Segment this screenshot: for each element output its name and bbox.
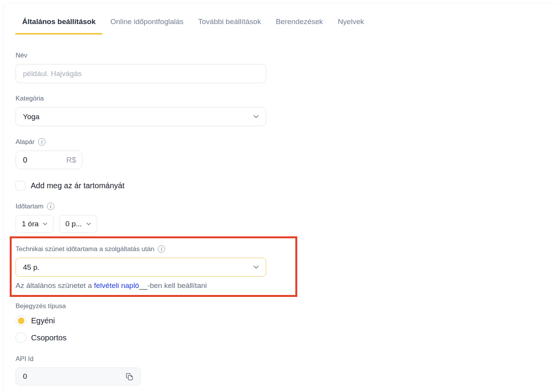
technical-break-select[interactable]: 45 p. xyxy=(16,258,266,277)
technical-break-label: Technikai szünet időtartama a szolgáltat… xyxy=(16,246,154,253)
technical-break-helper-text: Az általános szünetet a felvételi napló_… xyxy=(16,281,266,290)
category-field-group: Kategória Yoga xyxy=(16,95,558,126)
category-select[interactable]: Yoga xyxy=(16,107,266,126)
radio-row-group[interactable]: Csoportos xyxy=(16,332,558,343)
radio-individual[interactable] xyxy=(16,315,26,326)
api-id-field-group: API Id 0 xyxy=(16,356,558,385)
settings-panel: Általános beállítások Online időpontfogl… xyxy=(3,3,558,392)
category-label: Kategória xyxy=(16,95,558,102)
helper-prefix: Az általános szünetet a xyxy=(16,281,94,290)
api-id-label: API Id xyxy=(16,356,558,363)
base-price-field-group: Alapár i 0 R$ xyxy=(16,138,558,169)
base-price-input[interactable]: 0 R$ xyxy=(16,151,82,169)
api-id-value: 0 xyxy=(23,372,27,381)
duration-hours-select[interactable]: 1 óra xyxy=(16,215,54,233)
tab-equipment[interactable]: Berendezések xyxy=(269,3,330,35)
radio-group-label: Csoportos xyxy=(31,333,66,342)
chevron-down-icon xyxy=(43,222,47,225)
duration-minutes-value: 0 p... xyxy=(65,220,82,228)
base-price-value: 0 xyxy=(23,156,27,165)
technical-break-highlight-box: Technikai szünet időtartama a szolgáltat… xyxy=(10,236,297,297)
helper-underscores: __ xyxy=(139,281,147,290)
tab-bar: Általános beállítások Online időpontfogl… xyxy=(3,3,558,35)
technical-break-value: 45 p. xyxy=(23,263,39,272)
radio-dot xyxy=(18,317,24,324)
name-input[interactable] xyxy=(16,64,266,83)
radio-group[interactable] xyxy=(16,332,26,343)
duration-hours-value: 1 óra xyxy=(22,220,38,228)
currency-suffix: R$ xyxy=(66,156,76,165)
chevron-down-icon xyxy=(253,265,259,269)
copy-button[interactable] xyxy=(125,372,134,381)
info-icon[interactable]: i xyxy=(47,203,54,210)
entry-type-field-group: Bejegyzés típusa Egyéni Csoportos xyxy=(16,303,558,343)
name-field-group: Név xyxy=(16,52,558,83)
price-range-checkbox[interactable] xyxy=(16,181,25,191)
api-id-input: 0 xyxy=(16,368,141,385)
info-icon[interactable]: i xyxy=(38,138,45,146)
reception-log-link[interactable]: felvételi napló xyxy=(94,281,139,290)
radio-dot xyxy=(18,335,24,341)
entry-type-label: Bejegyzés típusa xyxy=(16,303,558,310)
radio-individual-label: Egyéni xyxy=(31,316,55,325)
duration-field-group: Időtartam i 1 óra 0 p... xyxy=(16,203,558,233)
tab-additional-settings[interactable]: További beállítások xyxy=(191,3,268,35)
tab-languages[interactable]: Nyelvek xyxy=(331,3,371,35)
radio-row-individual[interactable]: Egyéni xyxy=(16,315,558,326)
copy-icon xyxy=(125,372,134,381)
duration-label: Időtartam xyxy=(16,203,44,210)
price-range-checkbox-label: Add meg az ár tartományát xyxy=(31,181,124,190)
base-price-label: Alapár xyxy=(16,139,35,146)
info-icon[interactable]: i xyxy=(158,245,165,253)
chevron-down-icon xyxy=(253,115,259,118)
duration-selects: 1 óra 0 p... xyxy=(16,215,558,233)
helper-suffix: -ben kell beállítani xyxy=(147,281,207,290)
duration-minutes-select[interactable]: 0 p... xyxy=(59,215,97,233)
category-select-value: Yoga xyxy=(23,113,40,121)
name-label: Név xyxy=(16,52,558,59)
tab-online-booking[interactable]: Online időpontfoglalás xyxy=(103,3,190,35)
price-range-checkbox-row[interactable]: Add meg az ár tartományát xyxy=(16,181,558,191)
general-settings-form: Név Kategória Yoga Alapár i 0 R$ xyxy=(3,52,558,385)
chevron-down-icon xyxy=(86,222,91,225)
tab-general-settings[interactable]: Általános beállítások xyxy=(15,3,103,35)
